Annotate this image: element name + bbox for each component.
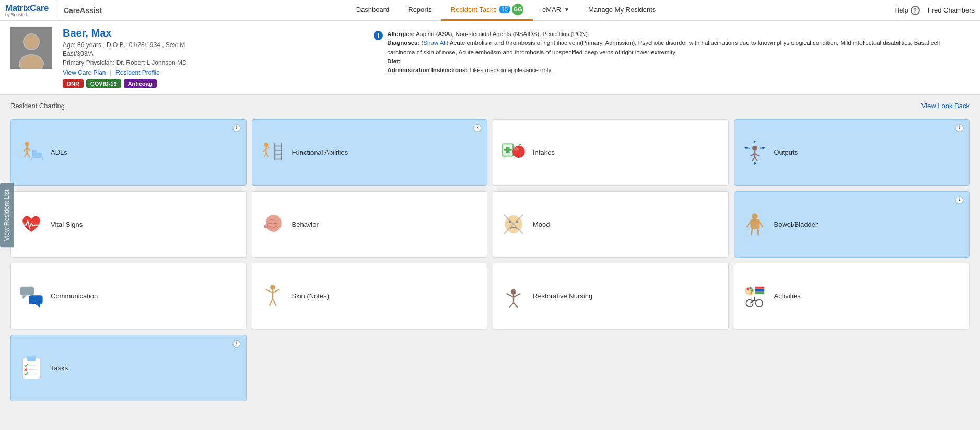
nav-emar[interactable]: eMAR ▼ [533,0,579,21]
card-bowel-bladder[interactable]: Bowel/Bladder 🕐 [734,191,970,258]
card-tasks[interactable]: Tasks 🕐 [10,335,247,402]
resident-tasks-gg-badge: GG [512,4,523,15]
svg-line-9 [25,153,27,157]
card-activities[interactable]: Activities [734,263,970,330]
svg-point-53 [752,213,758,219]
card-skin-notes-title: Skin (Notes) [292,292,330,300]
svg-point-31 [514,147,519,151]
tag-anticoag: Anticoag [124,79,157,88]
logo-matrixcare: MatrixCare by ResMed [5,3,49,17]
card-restorative[interactable]: Restorative Nursing [493,263,729,330]
svg-point-79 [750,292,752,294]
svg-point-83 [746,299,753,306]
tag-dnr: DNR [63,79,84,88]
svg-point-78 [751,289,753,292]
user-name: Fred Chambers [928,6,975,14]
card-mood-title: Mood [533,220,550,228]
card-communication[interactable]: Communication [10,263,247,330]
emar-dropdown-icon: ▼ [564,7,569,13]
tasks-clock-icon: 🕐 [232,340,241,348]
svg-line-10 [27,153,30,157]
alerts-section: i Allergies: Aspirin (ASA), Non-steroida… [368,27,970,88]
svg-line-20 [266,153,268,157]
svg-rect-90 [27,357,36,361]
view-care-plan-link[interactable]: View Care Plan [63,69,106,76]
svg-line-58 [757,229,759,235]
svg-rect-59 [20,286,34,295]
svg-point-47 [264,225,268,228]
card-adls[interactable]: ADLs 🕐 [10,119,247,186]
logo-divider [56,3,56,18]
card-tasks-title: Tasks [51,364,68,372]
view-lookback-link[interactable]: View Look Back [921,102,970,110]
resident-tasks-count-badge: 10 [499,6,510,13]
svg-line-67 [269,299,273,306]
svg-line-37 [755,157,757,161]
logo-area: MatrixCare by ResMed CareAssist [5,3,102,18]
svg-point-30 [512,145,524,157]
patient-info: Baer, Max Age: 86 years , D.O.B.: 01/28/… [63,27,358,88]
svg-line-19 [264,153,266,157]
charting-grid: ADLs 🕐 Functional Abilities [10,114,970,406]
svg-rect-61 [29,295,43,304]
outputs-clock-icon: 🕐 [955,124,964,132]
nav-manage[interactable]: Manage My Residents [579,0,665,21]
functional-clock-icon: 🕐 [473,124,482,132]
card-functional[interactable]: Functional Abilities 🕐 [252,119,488,186]
svg-point-5 [25,142,29,146]
charting-title: Resident Charting [10,102,65,110]
nav-reports[interactable]: Reports [399,0,441,21]
svg-line-68 [273,299,276,306]
svg-line-74 [514,302,518,307]
svg-line-57 [751,229,752,235]
top-nav: MatrixCare by ResMed CareAssist Dashboar… [0,0,980,21]
patient-links: View Care Plan | Resident Profile [63,68,358,76]
card-activities-title: Activities [774,292,801,300]
main-content: ADLs 🕐 Functional Abilities [0,114,980,417]
logo-careassist: CareAssist [64,6,102,15]
card-outputs-title: Outputs [774,148,798,156]
help-circle-icon: ? [911,6,920,15]
card-mood[interactable]: Mood [493,191,729,258]
card-intakes[interactable]: Intakes [493,119,729,186]
card-vital-signs[interactable]: Vital Signs [10,191,247,258]
svg-point-15 [264,143,268,147]
patient-details: Age: 86 years , D.O.B.: 01/28/1934 , Sex… [63,41,358,49]
card-behavior[interactable]: Behavior [252,191,488,258]
patient-tags: DNR COVID-19 Anticoag [63,79,358,88]
view-resident-list-tab[interactable]: View Resident List [0,183,14,247]
card-intakes-title: Intakes [533,148,555,156]
card-skin-notes[interactable]: Skin (Notes) [252,263,488,330]
svg-line-73 [509,302,514,307]
svg-marker-60 [22,295,27,299]
info-icon: i [374,31,383,40]
svg-point-3 [24,34,39,49]
nav-right: Help ? Fred Chambers [894,6,975,15]
svg-rect-29 [504,149,512,150]
svg-point-76 [746,288,749,290]
adls-clock-icon: 🕐 [232,124,241,132]
tag-covid: COVID-19 [86,79,121,88]
alerts-text: Allergies: Aspirin (ASA), Non-steroidal … [387,30,964,85]
help-button[interactable]: Help ? [894,6,920,15]
card-outputs[interactable]: Outputs 🕐 [734,119,970,186]
show-all-link[interactable]: Show All [423,40,446,46]
svg-line-36 [752,157,755,161]
card-adls-title: ADLs [51,148,67,156]
main-nav: Dashboard Reports Resident Tasks 10 GG e… [118,0,894,21]
card-functional-title: Functional Abilities [292,148,348,156]
charting-header: Resident Charting View Look Back [0,95,980,114]
svg-point-77 [749,287,751,289]
svg-rect-81 [755,289,764,291]
svg-point-63 [270,285,275,290]
resident-profile-link[interactable]: Resident Profile [115,69,160,76]
card-restorative-title: Restorative Nursing [533,292,592,300]
patient-header: Baer, Max Age: 86 years , D.O.B.: 01/28/… [0,21,980,95]
nav-dashboard[interactable]: Dashboard [347,0,399,21]
patient-photo [10,27,52,69]
card-communication-title: Communication [51,292,98,300]
svg-rect-82 [755,292,764,294]
nav-resident-tasks[interactable]: Resident Tasks 10 GG [441,0,533,21]
svg-point-84 [755,299,762,306]
card-behavior-title: Behavior [292,220,319,228]
